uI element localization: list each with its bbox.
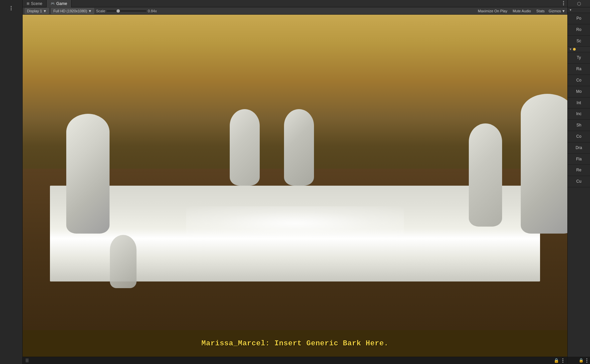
flare-row: Fla xyxy=(568,154,590,165)
resolution-selector[interactable]: Full HD (1920x1080) ▼ xyxy=(51,8,94,14)
capsule-left-large xyxy=(66,114,110,234)
tab-game[interactable]: 🎮 Game xyxy=(47,0,72,7)
resolution-label: Full HD (1920x1080) xyxy=(53,9,87,13)
gizmos-label: Gizmos xyxy=(549,9,561,13)
game-tab-icon: 🎮 xyxy=(51,2,55,5)
scale-row: Sc xyxy=(568,36,590,47)
light-arrow-icon: ▼ xyxy=(569,48,572,51)
color-row-1: Co xyxy=(568,75,590,86)
table-glow xyxy=(186,206,404,241)
gizmos-arrow: ▼ xyxy=(562,9,565,13)
transform-section-header[interactable]: ▼ xyxy=(568,7,590,13)
capsule-right-large xyxy=(521,94,567,234)
color-label-2: Co xyxy=(576,134,581,139)
range-row: Ra xyxy=(568,64,590,75)
cull-row: Cu xyxy=(568,176,590,187)
bottom-right: 🔒 xyxy=(554,357,565,364)
panel-bottom-bar: 🔒 xyxy=(568,357,590,364)
scene-tab-label: Scene xyxy=(31,1,42,6)
left-sidebar xyxy=(0,0,23,364)
subtitle-text: Marissa_Marcel: Insert Generic Bark Here… xyxy=(201,339,389,348)
display-selector[interactable]: Display 1 ▼ xyxy=(25,8,49,14)
draw-label: Dra xyxy=(576,145,582,150)
sidebar-menu-icon[interactable] xyxy=(5,1,18,15)
panel-dots-menu[interactable] xyxy=(585,357,589,364)
scene-tab-icon: ⊞ xyxy=(27,2,29,5)
game-tab-label: Game xyxy=(56,1,67,6)
cull-label: Cu xyxy=(576,179,581,184)
scene-canvas: Marissa_Marcel: Insert Generic Bark Here… xyxy=(23,15,567,357)
capsule-back-center-right xyxy=(284,109,314,186)
indirect-label: Inc xyxy=(576,111,581,116)
resolution-arrow: ▼ xyxy=(88,9,92,13)
panel-lock-icon[interactable]: 🔒 xyxy=(579,358,584,363)
mode-row: Mo xyxy=(568,86,590,97)
color-row-2: Co xyxy=(568,131,590,142)
main-area: ⊞ Scene 🎮 Game Display 1 ▼ Full HD (1920… xyxy=(23,0,567,364)
position-label: Po xyxy=(576,16,581,21)
rotation-row: Ro xyxy=(568,24,590,36)
type-label: Ty xyxy=(577,55,581,60)
shadow-label: Sh xyxy=(576,123,581,127)
lock-icon[interactable]: 🔒 xyxy=(554,358,559,363)
bottom-bar: ☰ 🔒 xyxy=(23,357,567,364)
range-label: Ra xyxy=(576,67,581,71)
bottom-menu-icon[interactable]: ☰ xyxy=(25,358,29,363)
subtitle-bar: Marissa_Marcel: Insert Generic Bark Here… xyxy=(23,330,567,357)
gizmos-btn[interactable]: Gizmos ▼ xyxy=(549,9,565,13)
indirect-row: Inc xyxy=(568,108,590,120)
transform-arrow-icon: ▼ xyxy=(569,8,572,12)
tab-bar-menu[interactable] xyxy=(559,0,567,7)
render-label: Re xyxy=(576,168,581,172)
type-row: Ty xyxy=(568,52,590,64)
game-viewport: Marissa_Marcel: Insert Generic Bark Here… xyxy=(23,15,567,357)
intensity-label: Int xyxy=(577,100,581,105)
display-label: Display 1 xyxy=(27,9,42,13)
scale-value: 0.84x xyxy=(148,9,157,13)
capsule-back-center-left xyxy=(230,109,260,186)
color-label-1: Co xyxy=(576,78,581,83)
cube-3d-icon: ⬡ xyxy=(577,1,581,6)
maximize-on-play-btn[interactable]: Maximize On Play xyxy=(476,9,509,13)
light-section-header[interactable]: ▼ xyxy=(568,47,590,52)
light-dot-icon xyxy=(573,48,576,51)
draw-row: Dra xyxy=(568,142,590,154)
capsule-right-center xyxy=(469,123,502,227)
tab-bar: ⊞ Scene 🎮 Game xyxy=(23,0,567,7)
right-inspector-panel: ⬡ ▼ Po Ro Sc ▼ Ty Ra Co Mo Int Inc xyxy=(567,0,590,364)
render-row: Re xyxy=(568,165,590,176)
scale-row-label: Sc xyxy=(576,39,581,43)
intensity-row: Int xyxy=(568,97,590,109)
shadow-row: Sh xyxy=(568,120,590,131)
scale-container: Scale 0.84x xyxy=(96,9,157,13)
stats-btn[interactable]: Stats xyxy=(535,9,546,13)
mute-audio-btn[interactable]: Mute Audio xyxy=(511,9,532,13)
flare-label: Fla xyxy=(576,157,582,161)
scale-thumb[interactable] xyxy=(117,9,120,13)
game-toolbar: Display 1 ▼ Full HD (1920x1080) ▼ Scale … xyxy=(23,7,567,15)
inspector-header: ⬡ xyxy=(568,0,590,7)
scale-slider[interactable] xyxy=(107,10,147,12)
scale-label: Scale xyxy=(96,9,106,13)
bottom-dots-menu[interactable] xyxy=(561,357,565,364)
toolbar-right: Maximize On Play Mute Audio Stats Gizmos… xyxy=(476,9,565,13)
display-arrow: ▼ xyxy=(43,9,47,13)
capsule-front-left xyxy=(110,235,137,288)
rotation-label: Ro xyxy=(576,27,581,32)
mode-label: Mo xyxy=(576,89,582,94)
tab-scene[interactable]: ⊞ Scene xyxy=(23,0,47,7)
position-row: Po xyxy=(568,13,590,24)
